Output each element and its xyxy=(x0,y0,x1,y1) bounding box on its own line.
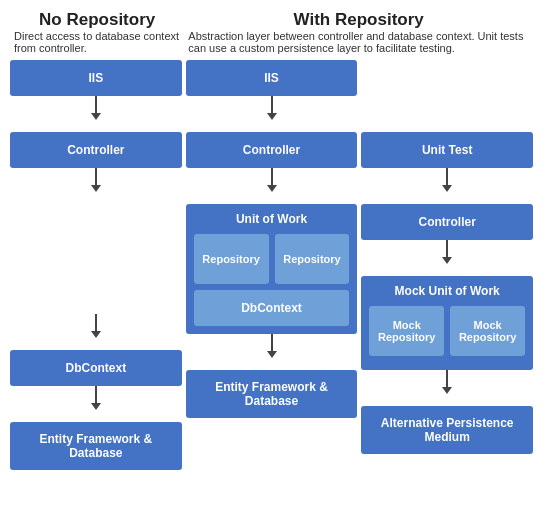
controller-box-3: Controller xyxy=(361,204,533,240)
arrow-3c xyxy=(446,370,448,388)
mock-unit-of-work-box: Mock Unit of Work Mock Repository Mock R… xyxy=(361,276,533,370)
arrow-1c xyxy=(95,314,97,332)
mock-repo-box-2: Mock Repository xyxy=(450,306,525,356)
mock-unit-of-work-label: Mock Unit of Work xyxy=(395,284,500,298)
col-unit-test: Unit Test Controller Mock Unit of Work M… xyxy=(361,60,533,454)
arrow-1b xyxy=(95,168,97,186)
no-repo-header: No Repository Direct access to database … xyxy=(10,10,184,54)
repo-row: Repository Repository xyxy=(194,234,350,284)
dbcontext-inner-box: DbContext xyxy=(194,290,350,326)
bottom-label-1: Entity Framework & Database xyxy=(16,432,176,460)
with-repo-title: With Repository xyxy=(184,10,533,30)
unit-test-box: Unit Test xyxy=(361,132,533,168)
repo-box-1: Repository xyxy=(194,234,269,284)
header: No Repository Direct access to database … xyxy=(10,10,533,54)
col-with-repo: IIS Controller Unit of Work Repository R… xyxy=(186,60,358,418)
repo-box-2: Repository xyxy=(275,234,350,284)
arrow-1d xyxy=(95,386,97,404)
dbcontext-box-1: DbContext xyxy=(10,350,182,386)
arrow-3b xyxy=(446,240,448,258)
unit-of-work-box: Unit of Work Repository Repository DbCon… xyxy=(186,204,358,334)
diagram: IIS Controller DbContext Entity Framewor… xyxy=(10,60,533,470)
with-repo-header: With Repository Abstraction layer betwee… xyxy=(184,10,533,54)
mock-repo-box-1: Mock Repository xyxy=(369,306,444,356)
iis-box-2: IIS xyxy=(186,60,358,96)
bottom-box-1: Entity Framework & Database xyxy=(10,422,182,470)
controller-box-2: Controller xyxy=(186,132,358,168)
no-repo-title: No Repository xyxy=(10,10,184,30)
arrow-3a xyxy=(446,168,448,186)
arrow-2c xyxy=(271,334,273,352)
col-no-repo: IIS Controller DbContext Entity Framewor… xyxy=(10,60,182,470)
with-repo-desc: Abstraction layer between controller and… xyxy=(184,30,533,54)
bottom-box-2: Entity Framework & Database xyxy=(186,370,358,418)
bottom-label-3: Alternative Persistence Medium xyxy=(367,416,527,444)
arrow-2a xyxy=(271,96,273,114)
no-repo-desc: Direct access to database context from c… xyxy=(10,30,184,54)
iis-box-1: IIS xyxy=(10,60,182,96)
bottom-label-2: Entity Framework & Database xyxy=(192,380,352,408)
unit-of-work-label: Unit of Work xyxy=(236,212,307,226)
mock-repo-row: Mock Repository Mock Repository xyxy=(369,306,525,356)
controller-box-1: Controller xyxy=(10,132,182,168)
arrow-1a xyxy=(95,96,97,114)
arrow-2b xyxy=(271,168,273,186)
bottom-box-3: Alternative Persistence Medium xyxy=(361,406,533,454)
